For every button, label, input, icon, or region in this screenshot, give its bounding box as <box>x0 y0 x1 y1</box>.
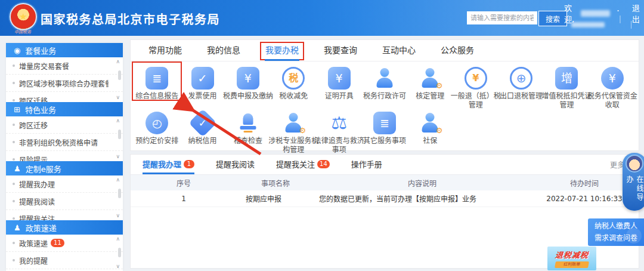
reminder-tab[interactable]: 提醒我办理1 <box>143 155 194 174</box>
service-item[interactable]: 稽查检查 <box>225 107 271 151</box>
nav-tab[interactable]: 公众服务 <box>441 40 474 61</box>
sidebar-item[interactable]: 我的提醒 <box>6 252 123 269</box>
gear-icon: ⚙ <box>436 82 443 90</box>
service-item[interactable]: 税务行政许可 <box>362 63 407 106</box>
search-input[interactable] <box>467 11 537 24</box>
service-label: 一般退（抵）税管理 <box>449 92 502 110</box>
chevron-up-icon[interactable]: ∧ <box>116 236 120 242</box>
clipboard-icon: ≣ <box>145 67 168 90</box>
sidebar-item[interactable]: 提醒我办理 <box>6 175 123 193</box>
nav-tab[interactable]: 我要查询 <box>324 40 357 61</box>
reminder-tab[interactable]: 提醒我关注14 <box>276 155 330 174</box>
sidebar-item[interactable]: 提醒我阅读 <box>6 193 123 210</box>
welcome-area: 欢迎, ．｜ 退出 ｜ <box>564 8 644 29</box>
scrollbar-thumb[interactable] <box>118 248 121 257</box>
chevron-down-icon[interactable]: ∨ <box>116 154 120 159</box>
chevron-down-icon[interactable]: ∨ <box>116 213 120 218</box>
sidebar-section-header[interactable]: ♟定制e服务 <box>6 161 123 175</box>
bullet-icon <box>13 124 15 126</box>
service-item[interactable]: 增增值税抵扣凭证管理 <box>544 63 589 106</box>
chevron-up-icon[interactable]: ∧ <box>116 118 120 124</box>
search-button[interactable]: 搜索 <box>538 11 567 26</box>
sidebar-section-header[interactable]: ◉套餐业务 <box>6 43 123 57</box>
scrollbar-thumb[interactable] <box>118 130 121 139</box>
chevron-down-icon[interactable]: ∨ <box>116 264 120 269</box>
survey-banner[interactable]: 纳税人缴费人 需求调查问卷 <box>588 218 644 246</box>
service-item[interactable]: ✓发票使用 <box>179 63 225 106</box>
service-label: 综合信息报告 <box>131 92 184 101</box>
column-header: 事项名称 <box>237 178 314 188</box>
scrollbar-thumb[interactable] <box>118 70 121 80</box>
service-label: 稽查检查 <box>222 137 275 146</box>
header-search: 搜索 <box>467 11 567 26</box>
cell-name: 按期应申报 <box>237 193 314 204</box>
redacted-taxpayer-id <box>571 22 605 27</box>
table-header: 序号事项名称内容说明待办时间 <box>131 175 639 190</box>
service-item[interactable]: 税税收减免 <box>271 63 316 106</box>
service-item[interactable]: ¥一般退（抵）税管理 <box>453 63 499 106</box>
sidebar-item[interactable]: 增量房交易套餐 <box>6 57 123 75</box>
nav-tab[interactable]: 我要办税 <box>265 40 299 61</box>
table-row[interactable]: 1按期应申报您的数据已更新，当前可办理【按期应申报】业务2022-07-21 1… <box>131 190 639 207</box>
sidebar-item-label: 风险提示 <box>19 155 48 162</box>
chevron-down-icon[interactable]: ∨ <box>116 95 120 100</box>
sidebar-item-label: 提醒我办理 <box>19 179 55 189</box>
service-item[interactable]: ⊕出口退税管理 <box>499 63 544 106</box>
reminder-tab[interactable]: 操作手册 <box>351 155 382 174</box>
sidebar-item[interactable]: 政策速递11 <box>6 235 123 252</box>
bullet-icon <box>13 99 15 101</box>
sidebar-section-header[interactable]: ♟政策速递 <box>6 220 123 235</box>
sidebar: ◉套餐业务增量房交易套餐跨区域涉税事项综合办理套餐跨区迁移∧∨⊞特色业务跨区迁移… <box>6 43 123 271</box>
sidebar-item[interactable]: 非营利组织免税资格申请 <box>6 134 123 151</box>
sidebar-section-items: 增量房交易套餐跨区域涉税事项综合办理套餐跨区迁移∧∨ <box>6 57 123 102</box>
survey-line1: 纳税人缴费人 <box>595 220 637 232</box>
sidebar-item-label: 政策速递 <box>19 238 48 248</box>
gear-icon: ⚙ <box>436 127 443 134</box>
certificate-yen-icon: ¥ <box>328 67 351 90</box>
service-label: 增值税抵扣凭证管理 <box>540 92 593 110</box>
bullet-icon <box>13 158 15 161</box>
service-item[interactable]: ≣其它服务事项 <box>362 107 407 151</box>
sidebar-item-label: 提醒我阅读 <box>19 196 55 207</box>
logo-caption: 中国税务 <box>8 29 37 35</box>
sidebar-item[interactable]: 风险提示 <box>6 151 123 161</box>
promo-ribbon: 红利账单 <box>555 261 589 268</box>
gauge-icon: ◴ <box>145 112 168 134</box>
sidebar-item[interactable]: 跨区迁移 <box>6 116 123 134</box>
tax-refund-promo-banner[interactable]: 退税减税 红利账单 <box>547 247 596 270</box>
sidebar-item[interactable]: 提醒我关注 <box>6 210 123 220</box>
column-header: 序号 <box>131 178 237 188</box>
sidebar-item[interactable]: 跨区域涉税事项综合办理套餐 <box>6 75 123 92</box>
user-icon: ♟ <box>14 165 21 173</box>
sidebar-section-header[interactable]: ⊞特色业务 <box>6 102 123 116</box>
service-label: 税费申报及缴纳 <box>222 92 275 101</box>
service-item[interactable]: ◴预约定价安排 <box>134 107 179 151</box>
bullet-icon <box>13 82 15 84</box>
service-item[interactable]: ¥证明开具 <box>316 63 361 106</box>
bullet-icon <box>13 259 15 261</box>
service-item[interactable]: ⚖法律追责与救济事项 <box>316 107 361 151</box>
bullet-icon <box>13 242 15 244</box>
service-item[interactable]: ¥税费申报及缴纳 <box>225 63 271 106</box>
reminder-tabs: 提醒我办理1提醒我阅读提醒我关注14操作手册更多> <box>131 155 639 175</box>
reminder-tab[interactable]: 提醒我阅读 <box>216 155 255 174</box>
person-stamp-icon <box>373 67 396 90</box>
online-guide-widget[interactable]: 在线导办 <box>623 153 644 211</box>
scrollbar-thumb[interactable] <box>118 189 121 198</box>
nav-tab[interactable]: 常用功能 <box>148 40 182 61</box>
nav-tab[interactable]: 互动中心 <box>382 40 416 61</box>
nav-tab[interactable]: 我的信息 <box>207 40 240 61</box>
bullet-icon <box>13 200 15 202</box>
sidebar-item[interactable]: 跨区迁移 <box>6 92 123 102</box>
service-item[interactable]: ✓纳税信用 <box>179 107 225 151</box>
service-item[interactable]: ¥税务代保管资金收取 <box>590 63 635 106</box>
service-item[interactable]: ⚙社保 <box>407 107 453 151</box>
chevron-up-icon[interactable]: ∧ <box>116 177 120 183</box>
service-item[interactable]: ⚙核定管理 <box>407 63 453 106</box>
service-label: 纳税信用 <box>176 137 229 146</box>
sidebar-item-label: 跨区迁移 <box>19 120 48 130</box>
grid-icon: ⊞ <box>14 106 20 113</box>
service-item[interactable]: ⚙涉税专业服务机构管理 <box>271 107 316 151</box>
service-item[interactable]: ≣综合信息报告 <box>134 63 179 106</box>
chevron-up-icon[interactable]: ∧ <box>116 59 120 64</box>
